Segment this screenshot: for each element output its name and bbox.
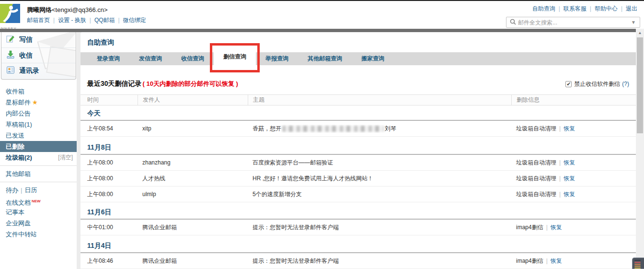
tab-migration-query[interactable]: 搬家查询: [352, 52, 394, 65]
row-delete-info: 垃圾箱自动清理|恢复: [511, 125, 636, 133]
restore-link[interactable]: 恢复: [564, 175, 575, 183]
account-email: <tengxi@qq366.cn>: [52, 6, 108, 13]
folder-drafts[interactable]: 草稿箱(1): [0, 119, 77, 130]
restore-link[interactable]: 恢复: [564, 125, 575, 133]
row-sender: xitp: [138, 125, 248, 132]
nav-link-qqmail[interactable]: QQ邮箱: [94, 17, 115, 23]
restore-link[interactable]: 恢复: [564, 159, 575, 167]
row-delete-info: 垃圾箱自动清理|恢复: [511, 190, 636, 199]
floating-extension-widget[interactable]: [632, 257, 644, 269]
separator: [50, 17, 58, 23]
search-dropdown-caret-icon[interactable]: ▼: [631, 20, 636, 25]
enterprise-netdisk-link[interactable]: 企业网盘: [0, 218, 77, 229]
row-subject: HR ,您好！邀请您免费试用上海人才热线网站！: [248, 175, 511, 183]
tab-login-query[interactable]: 登录查询: [87, 52, 129, 65]
online-docs-link[interactable]: 在线文档NEW: [0, 196, 77, 207]
restore-link[interactable]: 恢复: [564, 190, 575, 199]
tab-deleted-query[interactable]: 删信查询: [214, 48, 256, 65]
row-delete-info: imap4删信|恢复: [511, 223, 636, 232]
file-transfer-link[interactable]: 文件中转站: [0, 229, 77, 240]
folder-other-mailbox[interactable]: 其他邮箱: [0, 168, 77, 179]
nav-link-wechat-bind[interactable]: 微信绑定: [123, 17, 146, 23]
contacts-icon: [6, 66, 15, 76]
row-sender: 人才热线: [138, 175, 248, 183]
date-group-header: 11月6日: [80, 206, 636, 220]
tab-sent-query[interactable]: 发信查询: [129, 52, 172, 65]
tab-report-query[interactable]: 举报查询: [256, 52, 298, 65]
separator: [618, 5, 626, 12]
tab-other-mailbox-query[interactable]: 其他邮箱查询: [298, 52, 352, 65]
compose-button[interactable]: 写信: [1, 32, 76, 47]
row-time: 上午08:46: [80, 257, 138, 265]
folder-deleted[interactable]: 已删除: [0, 141, 77, 152]
search-input[interactable]: [518, 19, 631, 26]
row-subject: 提示：您暂时无法登录邮件客户端: [248, 223, 511, 232]
star-icon: ★: [32, 99, 38, 106]
qq-mail-page: ENNSEY 腾曦网络<tengxi@qq366.cn> 邮箱首页设置 - 换肤…: [0, 0, 644, 269]
mail-search-box[interactable]: ▼: [506, 17, 640, 28]
link-help-center[interactable]: 帮助中心: [595, 5, 618, 12]
empty-junk-link[interactable]: [清空]: [58, 152, 73, 163]
company-logo: ENNSEY: [0, 4, 20, 23]
contacts-label: 通讯录: [19, 67, 39, 75]
folder-list: 收件箱 星标邮件★ 内部公告 草稿箱(1) 已发送 已删除 垃圾箱(2)[清空]…: [0, 86, 77, 240]
date-group-header: 11月4日: [80, 240, 636, 253]
folder-announcement[interactable]: 内部公告: [0, 108, 77, 119]
header: ENNSEY 腾曦网络<tengxi@qq366.cn> 邮箱首页设置 - 换肤…: [0, 1, 644, 29]
column-sender: 发件人: [138, 95, 248, 105]
separator: [555, 5, 564, 12]
restore-link[interactable]: 恢复: [551, 257, 562, 265]
page-title: 自助查询: [80, 32, 636, 52]
table-row: 上午08:00 人才热线 HR ,您好！邀请您免费试用上海人才热线网站！ 垃圾箱…: [80, 171, 636, 187]
table-row: 中午01:00 腾讯企业邮箱 提示：您暂时无法登录邮件客户端 imap4删信|恢…: [80, 220, 636, 235]
folder-junk[interactable]: 垃圾箱(2)[清空]: [0, 152, 77, 163]
notebook-link[interactable]: 记事本: [0, 207, 77, 218]
block-client-delete-checkbox[interactable]: ✔: [565, 81, 572, 87]
row-sender: zhanzhang: [138, 159, 248, 166]
receive-mail-button[interactable]: 收信: [1, 47, 76, 63]
separator: |: [559, 191, 561, 198]
folder-inbox[interactable]: 收件箱: [0, 86, 77, 97]
table-row: 上午08:00 zhanzhang 百度搜索资源平台——邮箱验证 垃圾箱自动清理…: [80, 155, 636, 171]
row-time: 中午01:00: [80, 223, 138, 232]
todo-calendar-links: 待办|日历: [0, 185, 77, 196]
help-link[interactable]: (?): [622, 81, 629, 87]
account-name: 腾曦网络: [27, 6, 52, 13]
row-delete-info: 垃圾箱自动清理|恢复: [511, 175, 636, 183]
receive-mail-label: 收信: [19, 51, 33, 60]
scrollbar-thumb[interactable]: [637, 37, 643, 133]
separator: [86, 17, 94, 23]
section-header: 最近30天删信记录 ( 10天内删除的部分邮件可以恢复 ) ✔ 禁止收信软件删信…: [80, 77, 636, 91]
folder-starred[interactable]: 星标邮件★: [0, 97, 77, 108]
row-subject: 5个的速度新增分支: [248, 190, 511, 199]
row-delete-info: imap4删信|恢复: [511, 257, 636, 265]
vertical-scrollbar[interactable]: ▲: [636, 29, 644, 269]
header-divider-bar: [0, 29, 636, 32]
restore-link[interactable]: 恢复: [551, 223, 562, 232]
calendar-link[interactable]: 日历: [24, 187, 37, 194]
checkbox-label: 禁止收信软件删信: [574, 80, 620, 88]
table-row: 上午08:54 xitp 香菇，想开刘琴 垃圾箱自动清理|恢复: [80, 121, 636, 137]
nav-link-mail-home[interactable]: 邮箱首页: [27, 17, 50, 23]
divider: [0, 182, 77, 182]
row-subject: 百度搜索资源平台——邮箱验证: [248, 159, 511, 167]
nav-link-settings-skin[interactable]: 设置 - 换肤: [58, 17, 86, 23]
censored-region: [282, 126, 384, 132]
separator: [115, 17, 123, 23]
todo-link[interactable]: 待办: [6, 187, 18, 194]
table-header: 时间 发件人 主题 删除信息: [80, 94, 636, 105]
link-self-query[interactable]: 自助查询: [532, 5, 555, 12]
link-contact-support[interactable]: 联系客服: [564, 5, 586, 12]
column-time: 时间: [80, 95, 138, 105]
tab-received-query[interactable]: 收信查询: [172, 52, 214, 65]
link-logout[interactable]: 退出: [626, 5, 637, 12]
scrollbar-up-arrow-icon[interactable]: ▲: [636, 29, 644, 37]
folder-sent[interactable]: 已发送: [0, 130, 77, 141]
row-time: 上午08:00: [80, 159, 138, 167]
contacts-button[interactable]: 通讯录: [1, 63, 76, 78]
divider: [0, 165, 77, 166]
compose-label: 写信: [19, 35, 33, 44]
separator: |: [559, 125, 561, 132]
row-sender: ulmlp: [138, 191, 248, 198]
column-delete-info: 删除信息: [511, 95, 636, 105]
